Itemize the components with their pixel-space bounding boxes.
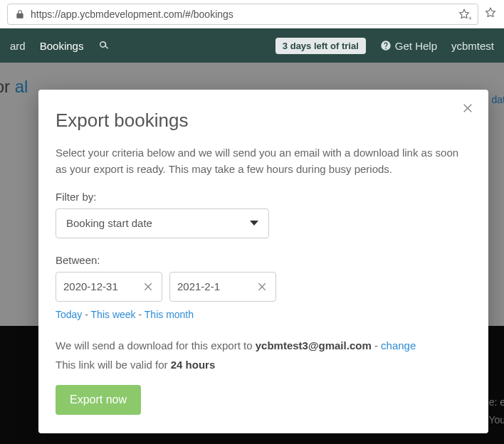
date-end-input[interactable] (177, 280, 257, 292)
change-email-link[interactable]: change (381, 339, 416, 352)
clear-start-icon[interactable] (143, 281, 154, 292)
search-icon[interactable] (98, 39, 110, 52)
close-button[interactable] (460, 100, 477, 117)
email-destination-line: We will send a download for this export … (56, 337, 471, 354)
filter-selected-value: Booking start date (66, 217, 152, 229)
filter-select[interactable]: Booking start date (56, 208, 269, 238)
close-icon (462, 102, 475, 115)
export-now-button[interactable]: Export now (56, 385, 141, 415)
url-field[interactable]: https://app.ycbmdevelopment.com/#/bookin… (7, 4, 478, 25)
nav-dashboard[interactable]: ard (10, 40, 26, 52)
browser-bar: https://app.ycbmdevelopment.com/#/bookin… (0, 0, 504, 28)
date-end-field[interactable] (169, 272, 276, 302)
clear-end-icon[interactable] (257, 281, 268, 292)
modal-title: Export bookings (56, 110, 471, 132)
date-start-field[interactable] (56, 272, 162, 302)
chevron-down-icon (250, 221, 258, 226)
user-menu[interactable]: ycbmtest (451, 40, 494, 52)
filter-label: Filter by: (56, 191, 471, 203)
export-bookings-modal: Export bookings Select your criteria bel… (38, 90, 488, 433)
link-validity-line: This link will be valid for 24 hours (56, 359, 471, 371)
lock-icon (15, 9, 25, 19)
modal-intro: Select your criteria below and we will s… (56, 144, 471, 178)
export-email: ycbmtest3@gmail.com (256, 339, 372, 352)
quick-today[interactable]: Today (56, 309, 82, 320)
app-header: ard Bookings 3 days left of trial Get He… (0, 28, 504, 63)
trial-badge[interactable]: 3 days left of trial (275, 38, 366, 54)
star-outline-icon (484, 6, 497, 19)
favorite-alt-button[interactable] (484, 6, 497, 22)
help-icon (380, 40, 392, 51)
quick-week[interactable]: This week (91, 309, 136, 320)
quick-date-links: Today - This week - This month (56, 309, 471, 320)
plus-icon: + (468, 15, 472, 22)
favorite-button[interactable]: + (458, 8, 471, 21)
get-help-label: Get Help (395, 40, 437, 52)
url-text: https://app.ycbmdevelopment.com/#/bookin… (31, 9, 452, 20)
date-start-input[interactable] (63, 280, 143, 292)
between-label: Between: (56, 254, 471, 266)
get-help-button[interactable]: Get Help (380, 40, 437, 52)
quick-month[interactable]: This month (145, 309, 194, 320)
nav-bookings[interactable]: Bookings (40, 40, 84, 52)
